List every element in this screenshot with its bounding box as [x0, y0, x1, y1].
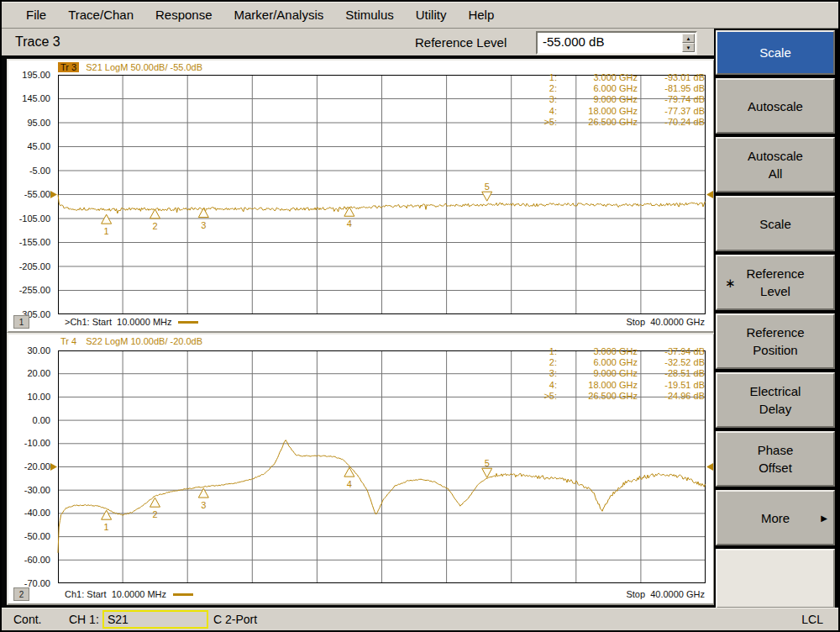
measurement-entry-box[interactable]: S21	[102, 610, 208, 629]
softkey-autoscale[interactable]: Autoscale	[716, 78, 835, 134]
stop-frequency-label: Stop 40.0000 GHz	[626, 589, 705, 599]
y-tick-label: -205.00	[8, 261, 50, 271]
trace-color-key	[173, 593, 193, 596]
y-axis-labels: 30.0020.0010.000.00-10.00-20.00-30.00-40…	[8, 334, 54, 603]
softkey-label: Phase	[758, 441, 794, 459]
marker-1-number: 1	[104, 226, 109, 236]
y-tick-label: -55.00	[8, 189, 50, 199]
softkey-phase-offset[interactable]: PhaseOffset	[716, 431, 835, 487]
plot-window-s22: Tr 4 S22 LogM 10.00dB/ -20.0dB 30.0020.0…	[7, 333, 715, 605]
marker-readout-number: >5:	[533, 117, 557, 128]
marker-readout-number: 1:	[533, 72, 557, 83]
status-bar: Cont. CH 1: S21 C 2-Port LCL	[2, 608, 838, 630]
submenu-arrow-icon: ▶	[821, 509, 827, 527]
marker-readout-value: -37.94 dB	[638, 346, 705, 357]
channel-badge: 1	[13, 315, 29, 329]
y-axis-labels: 195.00145.0095.0045.00-5.00-55.00-105.00…	[8, 61, 54, 331]
marker-readout-number: 3:	[533, 368, 557, 379]
arrow-down-icon: ▼	[686, 45, 691, 50]
marker-readout-list: 1:3.000 GHz-93.01 dB2:6.000 GHz-81.95 dB…	[533, 72, 705, 128]
softkey-label: Offset	[759, 459, 792, 477]
trace-title: S21 LogM 50.00dB/ -55.0dB	[86, 62, 202, 72]
start-frequency-label: Ch1: Start 10.0000 MHz	[65, 589, 166, 599]
softkey-scale[interactable]: Scale	[716, 196, 835, 251]
menu-item-help[interactable]: Help	[457, 8, 505, 22]
softkey-autoscale-all[interactable]: AutoscaleAll	[716, 137, 835, 192]
marker-3-number: 3	[201, 220, 206, 230]
marker-readout-frequency: 9.000 GHz	[557, 94, 638, 105]
softkey-label: Reference	[746, 324, 804, 341]
softkey-label: Scale	[759, 215, 791, 233]
marker-readout-value: -93.01 dB	[638, 72, 705, 83]
y-tick-label: -60.00	[8, 555, 50, 565]
y-tick-label: -20.00	[8, 461, 50, 471]
marker-readout-number: 1:	[533, 346, 557, 357]
cal-status: C 2-Port	[213, 613, 257, 626]
reference-level-arrow-right-icon	[706, 463, 713, 471]
trace-header: Tr 3 S21 LogM 50.00dB/ -55.0dB	[58, 62, 202, 74]
active-entry-asterisk-icon: ∗	[725, 274, 736, 292]
marker-readout-row: 1:3.000 GHz-37.94 dB	[533, 346, 705, 357]
marker-3-triangle-icon	[198, 208, 208, 218]
softkey-label: Autoscale	[748, 147, 803, 165]
menu-item-marker-analysis[interactable]: Marker/Analysis	[223, 8, 335, 22]
marker-4-number: 4	[347, 219, 352, 229]
x-axis-row: 2 Ch1: Start 10.0000 MHz Stop 40.0000 GH…	[13, 587, 705, 601]
softkey-label: Reference	[746, 265, 804, 282]
trace-title: S22 LogM 10.00dB/ -20.0dB	[86, 336, 202, 346]
softkey-label: Electrical	[750, 382, 801, 400]
plot-window-s21: Tr 3 S21 LogM 50.00dB/ -55.0dB 195.00145…	[7, 59, 715, 333]
marker-readout-row: 4:18.000 GHz-19.51 dB	[533, 380, 705, 391]
marker-readout-frequency: 9.000 GHz	[557, 368, 638, 379]
spinner-down-button[interactable]: ▼	[682, 43, 695, 52]
spinner-up-button[interactable]: ▲	[682, 34, 695, 43]
y-tick-label: 95.00	[8, 118, 50, 128]
reference-level-arrow-left-icon	[50, 463, 57, 471]
menu-item-stimulus[interactable]: Stimulus	[334, 8, 405, 22]
softkey-reference-position[interactable]: ReferencePosition	[716, 313, 835, 369]
y-tick-label: -155.00	[8, 237, 50, 247]
marker-readout-row: 1:3.000 GHz-93.01 dB	[533, 72, 705, 83]
marker-readout-row: 3:9.000 GHz-79.74 dB	[533, 94, 705, 105]
marker-readout-row: 2:6.000 GHz-32.52 dB	[533, 357, 705, 368]
marker-readout-number: 4:	[533, 106, 557, 117]
plot-area: Tr 3 S21 LogM 50.00dB/ -55.0dB 195.00145…	[2, 55, 714, 608]
marker-readout-row: 4:18.000 GHz-77.37 dB	[533, 106, 705, 117]
softkey-blank	[716, 549, 835, 608]
marker-readout-frequency: 18.000 GHz	[557, 106, 638, 117]
marker-readout-number: 4:	[533, 380, 557, 391]
marker-readout-row: >5:26.500 GHz-70.24 dB	[533, 117, 705, 128]
softkey-menu-title[interactable]: Scale	[716, 30, 835, 75]
softkey-reference-level[interactable]: ReferenceLevel∗	[716, 255, 835, 310]
softkey-more[interactable]: More▶	[716, 490, 835, 545]
reference-level-stepper: ▲ ▼	[682, 34, 695, 52]
marker-readout-value: -79.74 dB	[638, 94, 705, 105]
softkey-label: Level	[760, 282, 790, 300]
marker-readout-value: -28.51 dB	[638, 368, 705, 379]
channel-status-label: CH 1:	[69, 613, 99, 626]
marker-1-number: 1	[104, 522, 109, 532]
trace-badge[interactable]: Tr 4	[58, 336, 79, 346]
softkey-electrical-delay[interactable]: ElectricalDelay	[716, 372, 835, 428]
marker-readout-row: 3:9.000 GHz-28.51 dB	[533, 368, 705, 379]
trace-header: Tr 4 S22 LogM 10.00dB/ -20.0dB	[58, 336, 202, 348]
y-tick-label: -50.00	[8, 531, 50, 541]
marker-readout-value: -77.37 dB	[638, 106, 705, 117]
reference-level-input[interactable]: -55.000 dB ▲ ▼	[536, 31, 697, 55]
menu-item-utility[interactable]: Utility	[405, 8, 458, 22]
marker-4-number: 4	[347, 479, 352, 489]
y-tick-label: -30.00	[8, 485, 50, 495]
arrow-up-icon: ▲	[686, 36, 691, 41]
marker-5-number: 5	[485, 458, 490, 468]
marker-readout-value: -32.52 dB	[638, 357, 705, 368]
y-tick-label: 195.00	[8, 70, 50, 80]
reference-level-label: Reference Level	[415, 35, 507, 50]
vna-application-window: FileTrace/ChanResponseMarker/AnalysisSti…	[0, 0, 840, 632]
y-tick-label: 0.00	[8, 415, 50, 425]
menu-item-trace-chan[interactable]: Trace/Chan	[57, 8, 144, 22]
trace-badge[interactable]: Tr 3	[58, 62, 79, 72]
menu-item-file[interactable]: File	[15, 8, 57, 22]
lcl-indicator: LCL	[801, 613, 823, 626]
y-tick-label: 20.00	[8, 368, 50, 378]
menu-item-response[interactable]: Response	[144, 8, 223, 22]
